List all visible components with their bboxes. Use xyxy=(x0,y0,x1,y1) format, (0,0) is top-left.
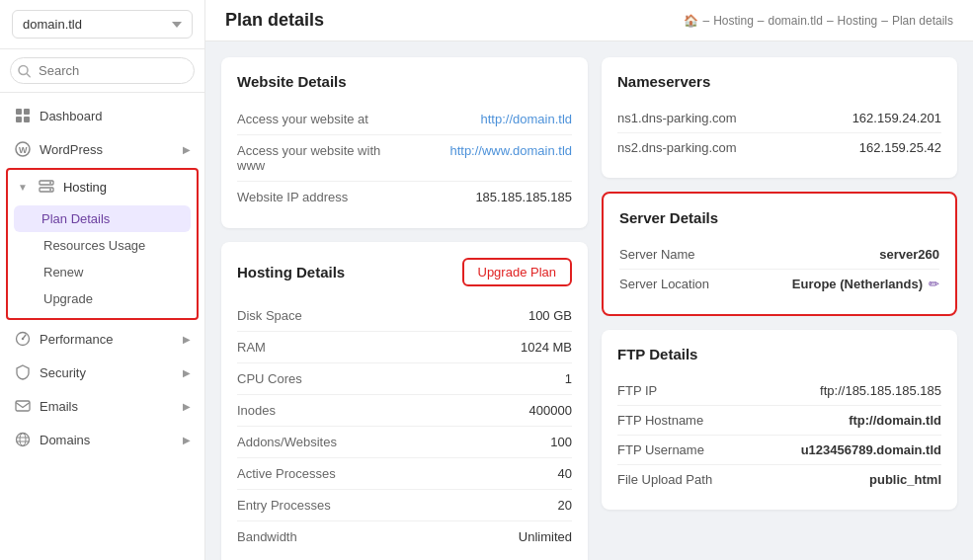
sidebar-item-label: WordPress xyxy=(40,142,103,157)
nav-items: Dashboard W WordPress ▶ ▼ Hosting Plan D… xyxy=(0,93,204,560)
hosting-label-2: CPU Cores xyxy=(237,371,405,386)
hosting-row-7: Bandwidth Unlimited xyxy=(237,521,572,552)
main-body: Website Details Access your website at h… xyxy=(205,41,973,560)
website-row-1: Access your website with www http://www.… xyxy=(237,135,572,182)
hosting-label-6: Entry Processes xyxy=(237,498,405,513)
main-content: Plan details 🏠 – Hosting – domain.tld – … xyxy=(205,0,973,560)
website-details-card: Website Details Access your website at h… xyxy=(221,57,588,228)
ns-row-0: ns1.dns-parking.com 162.159.24.201 xyxy=(617,104,941,133)
breadcrumb-home-icon: 🏠 xyxy=(684,14,698,28)
sidebar-item-wordpress[interactable]: W WordPress ▶ xyxy=(0,132,204,166)
sidebar-item-dashboard[interactable]: Dashboard xyxy=(0,99,204,132)
website-label-2: Website IP address xyxy=(237,190,405,204)
ns-value-1: 162.159.25.42 xyxy=(859,140,941,155)
hosting-details-title: Hosting Details xyxy=(237,264,345,280)
server-details-card: Server Details Server Name server260 Ser… xyxy=(602,192,957,316)
svg-point-11 xyxy=(49,189,51,191)
ftp-value-2: u123456789.domain.tld xyxy=(801,442,941,457)
ns-label-0: ns1.dns-parking.com xyxy=(617,111,737,125)
sidebar-item-domains[interactable]: Domains ▶ xyxy=(0,423,204,456)
website-value-0[interactable]: http://domain.tld xyxy=(405,112,573,126)
wordpress-arrow: ▶ xyxy=(183,144,191,155)
sidebar-item-security[interactable]: Security ▶ xyxy=(0,356,204,389)
server-value-0: server260 xyxy=(879,247,939,262)
svg-text:W: W xyxy=(19,145,28,155)
hosting-label-7: Bandwidth xyxy=(237,529,405,544)
hosting-value-1: 1024 MB xyxy=(405,340,573,355)
website-value-1[interactable]: http://www.domain.tld xyxy=(405,143,573,158)
server-row-1: Server Location Europe (Netherlands) ✏ xyxy=(619,270,939,298)
subnav-resources-usage[interactable]: Resources Usage xyxy=(8,232,197,259)
breadcrumb-hosting2[interactable]: Hosting xyxy=(838,14,878,28)
subnav-renew[interactable]: Renew xyxy=(8,259,197,285)
hosting-value-6: 20 xyxy=(405,498,573,513)
hosting-label-4: Addons/Websites xyxy=(237,435,405,449)
ftp-value-3: public_html xyxy=(869,472,941,487)
hosting-label: Hosting xyxy=(63,180,107,195)
sidebar-item-label: Performance xyxy=(40,332,113,347)
sidebar-item-label: Dashboard xyxy=(40,109,103,123)
page-title: Plan details xyxy=(225,10,324,31)
ftp-label-3: File Upload Path xyxy=(617,472,712,487)
breadcrumb-sep: – xyxy=(702,14,709,28)
sidebar-item-label: Security xyxy=(40,365,86,380)
sidebar-item-hosting[interactable]: ▼ Hosting xyxy=(8,170,197,203)
hosting-value-0: 100 GB xyxy=(405,308,573,323)
svg-point-15 xyxy=(17,434,30,446)
svg-point-10 xyxy=(49,182,51,184)
hosting-row-4: Addons/Websites 100 xyxy=(237,427,572,458)
hosting-value-2: 1 xyxy=(405,371,573,386)
sidebar-item-label: Domains xyxy=(40,433,90,447)
search-input[interactable] xyxy=(10,57,195,84)
ns-row-1: ns2.dns-parking.com 162.159.25.42 xyxy=(617,133,941,162)
ftp-row-1: FTP Hostname ftp://domain.tld xyxy=(617,406,941,436)
emails-icon xyxy=(14,397,32,415)
ftp-details-title: FTP Details xyxy=(617,346,941,362)
breadcrumb-domain[interactable]: domain.tld xyxy=(769,14,823,28)
server-label-0: Server Name xyxy=(619,247,695,262)
svg-rect-2 xyxy=(16,109,22,115)
server-location-wrapper: Europe (Netherlands) ✏ xyxy=(792,277,939,291)
subnav-plan-details[interactable]: Plan Details xyxy=(14,205,191,232)
hosting-subnav: Plan Details Resources Usage Renew Upgra… xyxy=(8,203,197,318)
main-header: Plan details 🏠 – Hosting – domain.tld – … xyxy=(205,0,973,41)
website-label-1: Access your website with www xyxy=(237,143,405,173)
security-icon xyxy=(14,363,32,381)
ftp-row-0: FTP IP ftp://185.185.185.185 xyxy=(617,376,941,406)
breadcrumb-hosting[interactable]: Hosting xyxy=(713,14,754,28)
sidebar-header: domain.tld xyxy=(0,0,204,49)
website-row-2: Website IP address 185.185.185.185 xyxy=(237,182,572,212)
svg-rect-4 xyxy=(16,117,22,122)
svg-rect-3 xyxy=(24,109,30,115)
dashboard-icon xyxy=(14,107,32,124)
subnav-upgrade[interactable]: Upgrade xyxy=(8,285,197,312)
nameservers-card: Nameservers ns1.dns-parking.com 162.159.… xyxy=(602,57,957,178)
upgrade-plan-button[interactable]: Upgrade Plan xyxy=(462,258,573,286)
security-arrow: ▶ xyxy=(183,367,191,378)
website-details-title: Website Details xyxy=(237,73,572,90)
nameservers-title: Nameservers xyxy=(617,73,941,90)
sidebar-item-performance[interactable]: Performance ▶ xyxy=(0,322,204,356)
ftp-details-card: FTP Details FTP IP ftp://185.185.185.185… xyxy=(602,330,957,510)
ftp-value-0: ftp://185.185.185.185 xyxy=(820,383,941,398)
svg-point-0 xyxy=(19,65,28,74)
wordpress-icon: W xyxy=(14,140,32,158)
edit-location-icon[interactable]: ✏ xyxy=(929,277,939,291)
website-row-0: Access your website at http://domain.tld xyxy=(237,104,572,135)
hosting-details-card: Hosting Details Upgrade Plan Disk Space … xyxy=(221,242,588,560)
hosting-label-1: RAM xyxy=(237,340,405,355)
left-column: Website Details Access your website at h… xyxy=(221,57,588,560)
hosting-row-6: Entry Processes 20 xyxy=(237,490,572,521)
svg-rect-14 xyxy=(16,401,30,411)
sidebar-item-emails[interactable]: Emails ▶ xyxy=(0,389,204,423)
hosting-row-1: RAM 1024 MB xyxy=(237,332,572,363)
hosting-icon xyxy=(38,178,55,196)
sidebar-item-label: Emails xyxy=(40,399,78,414)
hosting-label-5: Active Processes xyxy=(237,466,405,481)
svg-point-16 xyxy=(20,434,26,446)
ftp-value-1: ftp://domain.tld xyxy=(849,413,941,428)
domain-select[interactable]: domain.tld xyxy=(12,10,193,39)
server-label-1: Server Location xyxy=(619,277,709,291)
hosting-row-5: Active Processes 40 xyxy=(237,458,572,490)
hosting-value-3: 400000 xyxy=(405,403,573,418)
